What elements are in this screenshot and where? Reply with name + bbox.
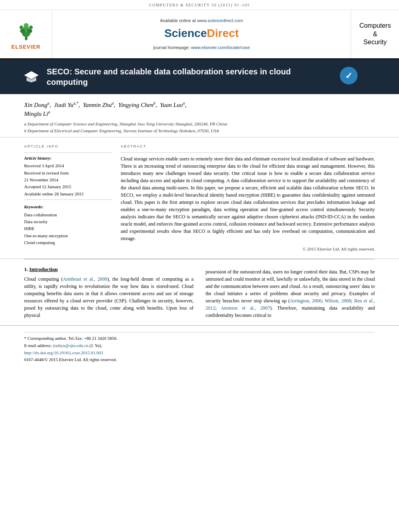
doi-link[interactable]: http://dx.doi.org/10.1016/j.cose.2015.01… [24, 350, 103, 355]
history-item-2: Received in revised form [24, 170, 113, 176]
paper-title: SECO: Secure and scalable data collabora… [47, 66, 331, 87]
email-link[interactable]: jiadiyu@sjtu.edu.cn [53, 343, 88, 348]
article-info-header: ARTICLE INFO [24, 144, 113, 149]
title-section: SECO: Secure and scalable data collabora… [0, 59, 399, 94]
affiliation-a: a Department of Computer Science and Eng… [24, 121, 375, 127]
abstract-divider [121, 152, 375, 153]
author-4: Yingying Chen [118, 102, 154, 108]
keyword-3: HIBE [24, 226, 113, 232]
keyword-1: Data collaboration [24, 212, 113, 218]
header-section: ELSEVIER Available online at www.science… [0, 10, 399, 59]
divider-2 [24, 199, 113, 200]
email-line: E-mail address: jiadiyu@sjtu.edu.cn (J. … [24, 342, 375, 349]
authors-line: Xin Donga, Jiadi Yua,*, Yanmin Zhua, Yin… [24, 101, 375, 118]
keywords-label: Keywords: [24, 204, 113, 210]
journal-header: COMPUTERS & SECURITY 50 (2015) 91–105 [0, 0, 399, 10]
footnote-divider [24, 332, 375, 333]
svg-point-4 [20, 29, 25, 33]
author-1: Xin Dong [24, 102, 47, 108]
abstract-text: Cloud storage services enable users to r… [121, 155, 375, 242]
intro-left-text: Cloud computing (Armbrust et al., 2009),… [24, 275, 193, 319]
armbrust-ref[interactable]: Armbrust et al., 2009 [63, 276, 107, 282]
journal-homepage: journal homepage: www.elsevier.com/locat… [153, 45, 250, 51]
elsevier-logo-box: ELSEVIER [0, 10, 52, 58]
svg-point-7 [29, 25, 33, 29]
computers-security-title: Computers & Security [359, 22, 391, 47]
keyword-5: Cloud computing [24, 240, 113, 246]
history-item-5: Available online 28 January 2015 [24, 191, 113, 197]
ateniese-ref[interactable]: Ateniese et al., 2007 [221, 305, 270, 311]
author-2: Jiadi Yu [54, 102, 73, 108]
section-number: 1. [24, 266, 28, 272]
content-columns: ARTICLE INFO Article history: Received 3… [0, 138, 399, 259]
divider-1 [24, 152, 113, 153]
svg-point-3 [24, 23, 29, 28]
elsevier-label: ELSEVIER [11, 43, 40, 51]
journal-title: COMPUTERS & SECURITY 50 (2015) 91–105 [149, 3, 250, 7]
affiliations: a Department of Computer Science and Eng… [24, 121, 375, 134]
article-history-label: Article history: [24, 155, 113, 161]
svg-text:✓: ✓ [345, 71, 352, 81]
intro-right-text: possession of the outsourced data, users… [206, 268, 375, 319]
elsevier-tree-icon [14, 18, 38, 42]
copyright-line: © 2015 Elsevier Ltd. All rights reserved… [121, 246, 375, 252]
svg-point-5 [27, 29, 32, 33]
author-6: Minglu Li [24, 111, 48, 117]
issn-line: 0167-4048/© 2015 Elsevier Ltd. All right… [24, 356, 375, 364]
mortarboard-icon [24, 70, 39, 84]
author-5: Yuan Luo [160, 102, 183, 108]
svg-marker-8 [24, 71, 39, 79]
authors-section: Xin Donga, Jiadi Yua,*, Yanmin Zhua, Yin… [0, 94, 399, 138]
sciencedirect-url[interactable]: www.sciencedirect.com [197, 18, 243, 23]
affiliation-b: b Department of Electrical and Computer … [24, 127, 375, 134]
section-title: Introduction [29, 266, 58, 272]
arrington-ref[interactable]: Arrington, 2006 [290, 298, 322, 304]
sciencedirect-brand: ScienceDirect [164, 25, 239, 41]
corresponding-author: * Corresponding author. Tel./fax: +86 21… [24, 335, 375, 342]
history-item-3: 21 November 2014 [24, 177, 113, 183]
article-info-column: ARTICLE INFO Article history: Received 3… [24, 144, 113, 252]
email-label: E-mail address: [24, 343, 52, 348]
main-content: 1. Introduction Cloud computing (Armbrus… [0, 259, 399, 325]
journal-url[interactable]: www.elsevier.com/locate/cose [191, 45, 250, 50]
keywords-section: Keywords: Data collaboration Data securi… [24, 204, 113, 246]
email-person: (J. Yu). [90, 343, 103, 348]
abstract-header: ABSTRACT [121, 144, 375, 149]
svg-point-6 [19, 25, 23, 29]
wilson-ref[interactable]: Wilson, 2008 [325, 298, 351, 304]
doi-line: http://dx.doi.org/10.1016/j.cose.2015.01… [24, 349, 375, 357]
abstract-column: ABSTRACT Cloud storage services enable u… [121, 144, 375, 252]
author-3: Yanmin Zhu [83, 102, 112, 108]
footnote-section: * Corresponding author. Tel./fax: +86 21… [0, 325, 399, 367]
crossmark-logo: ✓ [339, 66, 359, 88]
history-item-4: Accepted 12 January 2015 [24, 184, 113, 190]
computers-security-box: Computers & Security [351, 10, 399, 58]
header-center: Available online at www.sciencedirect.co… [52, 10, 351, 58]
left-column: 1. Introduction Cloud computing (Armbrus… [24, 266, 193, 319]
intro-heading: 1. Introduction [24, 266, 193, 273]
history-item-1: Received 3 April 2014 [24, 163, 113, 169]
keyword-2: Data security [24, 219, 113, 225]
right-column: possession of the outsourced data, users… [206, 266, 375, 319]
available-online-text: Available online at www.sciencedirect.co… [160, 18, 243, 24]
keyword-4: One-to-many encryption [24, 233, 113, 239]
